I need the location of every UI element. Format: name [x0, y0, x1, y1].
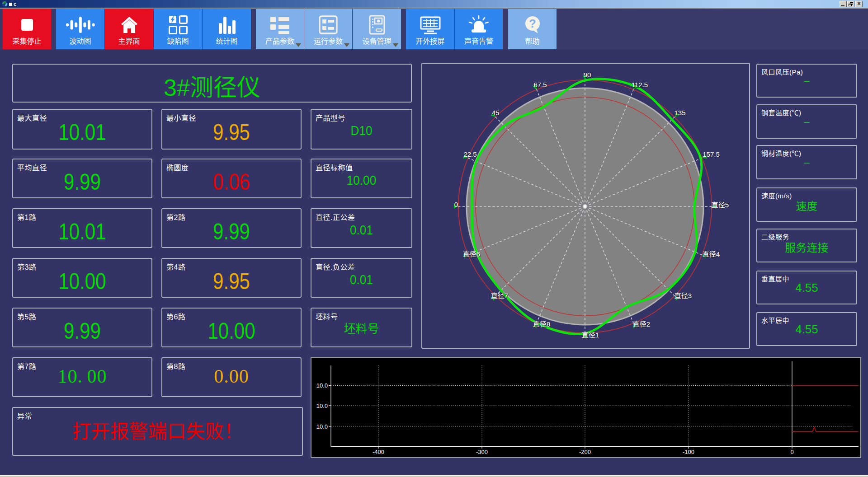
svg-text:-300: -300 — [476, 449, 488, 455]
svg-text:直径4: 直径4 — [703, 250, 720, 258]
svg-text:-100: -100 — [683, 449, 694, 455]
svg-text:直径6: 直径6 — [463, 250, 480, 258]
svg-text:-400: -400 — [373, 449, 384, 455]
svg-text:-200: -200 — [579, 449, 591, 455]
svg-text:直径7: 直径7 — [491, 292, 508, 299]
svg-text:45: 45 — [492, 109, 500, 117]
svg-text:直径5: 直径5 — [712, 201, 729, 209]
svg-text:10.0: 10.0 — [316, 382, 328, 389]
svg-text:直径2: 直径2 — [633, 320, 650, 328]
svg-text:22.5: 22.5 — [463, 150, 476, 158]
svg-text:直径3: 直径3 — [675, 292, 692, 299]
svg-text:112.5: 112.5 — [632, 81, 648, 89]
svg-text:0: 0 — [454, 201, 458, 208]
svg-text:90: 90 — [584, 71, 591, 79]
svg-text:157.5: 157.5 — [703, 150, 720, 158]
svg-text:135: 135 — [674, 109, 685, 117]
svg-text:0: 0 — [790, 449, 793, 455]
svg-text:67.5: 67.5 — [533, 81, 547, 89]
svg-text:直径8: 直径8 — [533, 320, 550, 328]
svg-text:10.0: 10.0 — [316, 423, 328, 430]
svg-text:?: ? — [529, 17, 536, 30]
svg-text:直径1: 直径1 — [582, 331, 599, 339]
svg-text:10.0: 10.0 — [316, 402, 328, 409]
